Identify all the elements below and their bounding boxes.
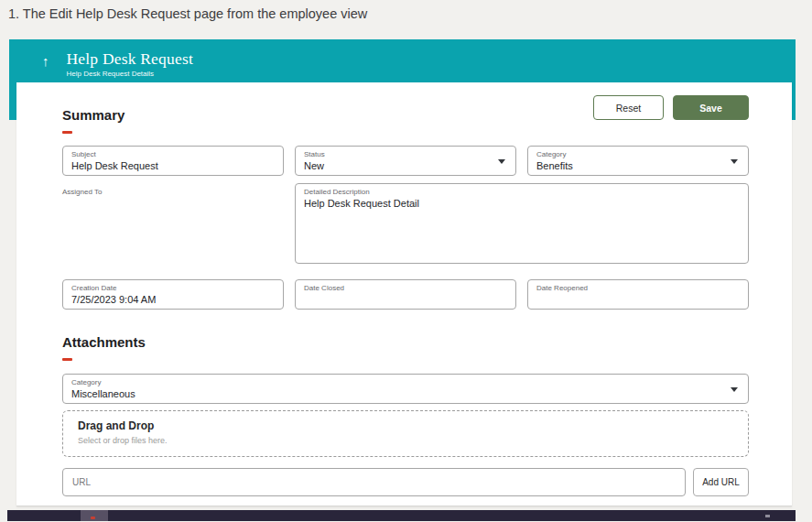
taskbar-right-mark (765, 515, 770, 517)
attachment-category-value: Miscellaneous (71, 387, 740, 400)
attachment-category-label: Category (71, 378, 740, 387)
category-select[interactable]: Category Benefits (527, 146, 749, 176)
attachment-category-select[interactable]: Category Miscellaneous (62, 374, 749, 404)
date-reopened-field[interactable]: Date Reopened (527, 279, 749, 310)
detailed-description-label: Detailed Description (304, 188, 740, 197)
attachments-heading: Attachments (62, 334, 749, 350)
chevron-down-icon[interactable] (731, 387, 738, 392)
taskbar-item[interactable] (81, 510, 108, 521)
summary-heading: Summary (62, 107, 125, 123)
subject-label: Subject (71, 150, 275, 159)
category-value: Benefits (536, 159, 740, 172)
creation-date-field[interactable]: Creation Date 7/25/2023 9:04 AM (62, 279, 284, 310)
date-closed-label: Date Closed (304, 284, 507, 293)
back-arrow-icon[interactable]: ↑ (42, 52, 49, 71)
add-url-button[interactable]: Add URL (693, 468, 749, 496)
date-closed-value (304, 293, 507, 306)
detailed-description-textarea[interactable]: Detailed Description Help Desk Request D… (295, 183, 749, 264)
creation-date-label: Creation Date (71, 284, 275, 293)
url-input[interactable] (62, 468, 686, 496)
reset-button[interactable]: Reset (593, 95, 664, 120)
save-button[interactable]: Save (673, 95, 749, 120)
banner-title-block: Help Desk Request Help Desk Request Deta… (67, 49, 194, 78)
page-caption: 1. The Edit Help Desk Request page from … (8, 6, 367, 21)
subject-value: Help Desk Request (71, 159, 275, 172)
page-title: Help Desk Request (67, 49, 194, 68)
chevron-down-icon[interactable] (731, 159, 738, 164)
date-closed-field[interactable]: Date Closed (295, 279, 516, 310)
dropzone-title: Drag and Drop (78, 419, 733, 432)
help-desk-request-form-card: Summary Reset Save Subject Help Desk Req… (16, 82, 792, 506)
subject-field[interactable]: Subject Help Desk Request (62, 146, 284, 176)
status-value: New (304, 159, 507, 172)
category-label: Category (536, 150, 740, 159)
page-subtitle: Help Desk Request Details (67, 70, 194, 78)
summary-heading-block: Summary (62, 95, 125, 134)
status-select[interactable]: Status New (295, 146, 516, 176)
detailed-description-value: Help Desk Request Detail (304, 197, 740, 210)
attachments-accent-dash (62, 358, 72, 361)
status-label: Status (304, 150, 507, 159)
dropzone-subtitle: Select or drop files here. (78, 436, 733, 445)
attachments-heading-block: Attachments (62, 334, 749, 361)
taskbar-strip (7, 510, 796, 521)
date-reopened-label: Date Reopened (536, 284, 740, 293)
creation-date-value: 7/25/2023 9:04 AM (71, 293, 275, 306)
assigned-to-label: Assigned To (62, 183, 284, 264)
taskbar-red-dot-icon (91, 517, 95, 519)
file-dropzone[interactable]: Drag and Drop Select or drop files here. (62, 410, 749, 457)
summary-accent-dash (62, 131, 72, 134)
date-reopened-value (536, 293, 740, 306)
chevron-down-icon[interactable] (498, 159, 505, 164)
